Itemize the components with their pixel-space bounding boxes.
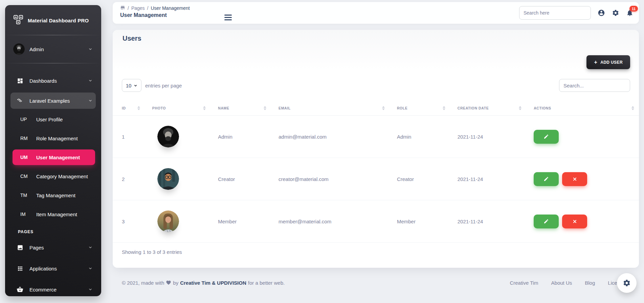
column-header-photo[interactable]: PHOTO (150, 102, 215, 116)
settings-icon[interactable] (612, 9, 619, 17)
sort-icon (203, 106, 206, 110)
sidebar-item-label: Category Management (36, 174, 88, 179)
sidebar-item-mini: UM (20, 155, 32, 160)
cell-creation-date: 2021-11-24 (455, 158, 531, 200)
footer-link-creative-tim[interactable]: Creative Tim (510, 280, 538, 286)
column-header-actions[interactable]: ACTIONS (531, 102, 639, 116)
footer-links: Creative Tim About Us Blog License (510, 280, 625, 286)
brand-logo-icon (13, 15, 23, 26)
sort-icon (137, 106, 140, 110)
breadcrumb-divider: / (128, 5, 129, 11)
page-title: User Management (120, 12, 190, 18)
sidebar-item-role-management[interactable]: RM Role Management (13, 130, 95, 146)
sidebar-item-applications[interactable]: Applications (10, 261, 96, 276)
edit-user-button[interactable] (534, 172, 559, 186)
table-toolbar: 10 entries per page (122, 79, 630, 92)
sidebar: Material Dashboard PRO Admin (5, 5, 101, 296)
footer: © 2021, made with by Creative Tim & UPDI… (113, 268, 639, 297)
users-table: ID PHOTO NAME EMAIL ROLE CREATION DATE A… (113, 102, 639, 243)
breadcrumb-section[interactable]: Pages (131, 5, 145, 11)
chevron-down-icon (88, 47, 92, 51)
footer-link-about-us[interactable]: About Us (551, 280, 572, 286)
sidebar-item-pages[interactable]: Pages (10, 240, 96, 255)
edit-pencil-icon (543, 134, 549, 139)
close-x-icon (572, 177, 577, 182)
column-header-role[interactable]: ROLE (394, 102, 455, 116)
admin-avatar (13, 43, 25, 55)
footer-brand[interactable]: Creative Tim & UPDIVISION (180, 280, 246, 286)
edit-user-button[interactable] (534, 215, 559, 228)
navbar-search-input[interactable] (519, 6, 591, 20)
card-title: Users (123, 35, 141, 42)
sidenav-toggle-icon[interactable] (224, 15, 232, 20)
column-header-id[interactable]: ID (113, 102, 150, 116)
cell-creation-date: 2021-11-24 (455, 116, 531, 158)
breadcrumb-divider: / (147, 5, 149, 11)
cell-email: member@material.com (276, 200, 394, 243)
sidebar-user-admin[interactable]: Admin (10, 41, 96, 58)
sort-icon (443, 106, 445, 110)
notifications-bell-icon[interactable]: 11 (626, 9, 634, 17)
users-card: Users + ADD USER 10 entries per page ID … (113, 30, 639, 268)
sidebar-item-item-management[interactable]: IM Item Management (13, 206, 95, 222)
delete-user-button[interactable] (562, 215, 587, 228)
edit-pencil-icon (543, 176, 549, 182)
column-header-name[interactable]: NAME (215, 102, 276, 116)
sidebar-item-mini: UP (20, 117, 32, 122)
sidebar-item-label: Ecommerce (29, 287, 57, 292)
laravel-icon (16, 97, 24, 104)
sidebar-item-user-profile[interactable]: UP User Profile (13, 112, 95, 127)
sidebar-item-mini: IM (20, 211, 32, 217)
sidebar-user-name: Admin (29, 46, 44, 52)
table-search-input[interactable] (559, 79, 630, 92)
divider (5, 35, 101, 35)
cell-email: admin@material.com (276, 116, 394, 158)
chevron-down-icon (88, 79, 92, 83)
navbar-actions: 11 (519, 6, 634, 20)
close-x-icon (572, 219, 577, 224)
cell-name: Member (215, 200, 276, 243)
sort-icon (382, 106, 385, 110)
edit-pencil-icon (543, 219, 549, 224)
sidebar-item-label: Role Management (36, 136, 78, 141)
sidebar-item-label: User Management (36, 155, 80, 160)
sidebar-nav: Dashboards Laravel Examples UP User Prof… (5, 73, 101, 296)
sort-icon (519, 106, 521, 110)
column-header-creation-date[interactable]: CREATION DATE (455, 102, 531, 116)
divider (5, 63, 101, 63)
sidebar-item-laravel-examples[interactable]: Laravel Examples (10, 93, 96, 109)
user-photo (157, 126, 179, 147)
column-header-email[interactable]: EMAIL (276, 102, 394, 116)
cell-role: Creator (394, 158, 455, 200)
footer-link-blog[interactable]: Blog (585, 280, 595, 286)
table-row: 3 Member member (113, 200, 639, 243)
sidebar-item-label: Applications (29, 266, 57, 271)
sidebar-item-label: User Profile (36, 117, 63, 122)
edit-user-button[interactable] (534, 130, 559, 144)
sidebar-item-label: Pages (29, 245, 44, 250)
table-info-text: Showing 1 to 3 of 3 entries (122, 249, 182, 255)
entries-per-page-select[interactable]: 10 (122, 79, 141, 92)
sidebar-item-dashboards[interactable]: Dashboards (10, 73, 96, 88)
user-photo (157, 168, 179, 190)
home-icon[interactable] (120, 5, 125, 11)
table-row: 1 Admin admin@material.com Admin (113, 116, 639, 158)
cell-role: Member (394, 200, 455, 243)
add-user-button[interactable]: + ADD USER (586, 55, 630, 69)
sidebar-item-label: Laravel Examples (29, 98, 70, 104)
fixed-settings-button[interactable] (617, 273, 637, 293)
sidebar-item-ecommerce[interactable]: Ecommerce (10, 282, 96, 296)
sort-icon (264, 106, 266, 110)
brand[interactable]: Material Dashboard PRO (5, 5, 101, 35)
image-icon (16, 244, 24, 251)
delete-user-button[interactable] (562, 172, 587, 186)
cell-role: Admin (394, 116, 455, 158)
sidebar-item-label: Item Management (36, 211, 77, 217)
top-navbar: / Pages / User Management User Managemen… (113, 2, 639, 24)
sidebar-item-category-management[interactable]: CM Category Management (13, 168, 95, 184)
sidebar-item-user-management[interactable]: UM User Management (13, 149, 95, 165)
gear-icon (623, 279, 631, 287)
account-icon[interactable] (598, 9, 605, 17)
sidebar-item-tag-management[interactable]: TM Tag Management (13, 187, 95, 203)
cell-creation-date: 2021-11-24 (455, 200, 531, 243)
